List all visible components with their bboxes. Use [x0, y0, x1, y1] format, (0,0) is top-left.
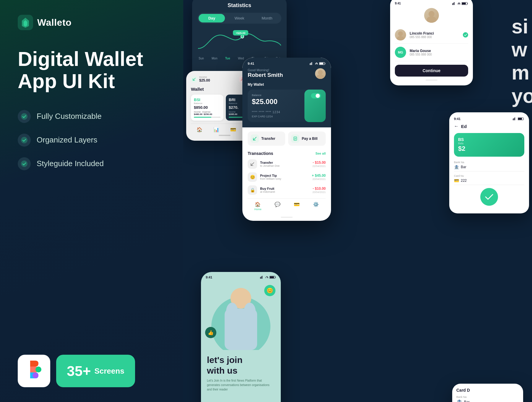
income-value: $25.00	[199, 78, 210, 82]
edit-time: 9:41	[454, 117, 460, 121]
contact-phone-maria: 085 555 888 000	[410, 53, 468, 56]
wallet-nav-home[interactable]: 🏠	[197, 127, 202, 132]
contact-screen: 9:41 Lincoln Franci	[390, 0, 473, 85]
svg-point-6	[241, 35, 244, 38]
txn-right-1: + $45.00 20/04/2021	[312, 174, 326, 181]
dash-status-icons	[310, 62, 326, 65]
card-field-number: Card Nu 💳 222	[454, 174, 524, 185]
nav-chat[interactable]: 💬	[275, 202, 280, 211]
card-toggle[interactable]	[311, 93, 321, 98]
svg-rect-40	[515, 117, 515, 120]
stats-chart: +$25.00	[197, 28, 281, 54]
progress-bar-0	[194, 117, 220, 118]
edit-card-balance: $2	[458, 145, 520, 153]
txn-sub-1: from William Grey	[260, 177, 309, 180]
svg-text:+$25.00: +$25.00	[236, 32, 246, 35]
txn-name-2: Buy Fruit	[260, 187, 309, 190]
dashboard-screen: 9:41 Good Morning! Robert Smith	[242, 58, 331, 221]
edit-screen: 9:41 ← Ed BS Bala $2 Bank Na 🏦	[449, 112, 529, 213]
transactions-header: Transactions See all	[248, 151, 326, 156]
balance-label-0: Balance	[194, 102, 220, 105]
svg-point-15	[427, 16, 436, 23]
stats-tab-month[interactable]: Month	[254, 14, 280, 22]
dash-card: Balance $25.000 **** **** **** 1234 EXP …	[248, 90, 326, 122]
stats-tab-week[interactable]: Week	[226, 14, 252, 22]
nav-home[interactable]: 🏠 Home	[254, 202, 261, 211]
svg-point-24	[316, 74, 325, 79]
emoji-thumbsup: 👍	[205, 327, 216, 338]
card-d-field-row-0: 🏦 Bar	[456, 399, 519, 402]
contact-item-1[interactable]: MG Maria Gouse 085 555 888 000	[395, 44, 468, 61]
walleto-logo-icon	[18, 15, 33, 30]
transfer-button[interactable]: Transfer	[248, 132, 285, 146]
txn-2: 🔒 Buy Fruit at Indomaret - $10.00 20/04/…	[248, 185, 326, 195]
wallet-nav-card[interactable]: 💳	[230, 127, 236, 132]
card-field-bank-value: Bar	[461, 165, 466, 169]
dash-greeting: Good Morning!	[248, 68, 283, 72]
edit-status-bar: 9:41	[454, 117, 524, 121]
day-wed: Wed	[238, 57, 244, 60]
svg-point-37	[244, 303, 256, 320]
svg-rect-30	[261, 276, 262, 279]
svg-rect-10	[453, 3, 454, 5]
card-amounts-0: $480.00 $150.00	[194, 113, 220, 116]
back-arrow[interactable]: ←	[454, 124, 459, 129]
income-stat-0: Income	[194, 111, 201, 113]
svg-rect-39	[514, 118, 514, 120]
edit-screen-title: Ed	[461, 124, 467, 129]
txn-1: 😊 Project Tip from William Grey + $45.00…	[248, 172, 326, 182]
txn-date-1: 20/04/2021	[312, 178, 326, 181]
card-d-screen: Card D Bank Na 🏦 Bar Card Nu 💳 222	[452, 384, 523, 402]
nav-card2[interactable]: 💳	[294, 202, 300, 211]
wallet-nav-stats[interactable]: 📊	[213, 127, 219, 132]
home-indicator-wallet	[219, 135, 231, 136]
txn-right-0: - $15.00 22/04/2021	[312, 161, 326, 168]
avatar-lincoln	[395, 29, 406, 40]
card-field-bank-icon: 🏦	[454, 165, 459, 169]
income-item: Income $25.00	[191, 76, 210, 82]
dash-avatar	[315, 68, 326, 79]
join-content: let's join with us Let's Join In is the …	[201, 350, 281, 396]
card-d-title: Card D	[456, 388, 519, 393]
txn-info-0: Transfer to Jonathan Doe	[260, 161, 309, 167]
day-tue-active: Tue	[225, 57, 230, 60]
progress-fill-0	[194, 117, 211, 118]
features-list: Fully Customizable Organized Layers Styl…	[18, 110, 166, 170]
card-field-number-label: Card Nu	[454, 174, 524, 177]
bank-name-0: BSI	[194, 98, 220, 102]
svg-rect-13	[462, 3, 466, 4]
edit-card-balance-label: Bala	[458, 142, 520, 145]
contact-item-0[interactable]: Lincoln Franci 085 555 888 000	[395, 26, 468, 44]
txn-icon-1: 😊	[248, 172, 257, 182]
svg-rect-9	[452, 3, 453, 5]
stats-tab-day[interactable]: Day	[199, 14, 225, 22]
see-all-button[interactable]: See all	[315, 152, 326, 155]
nav-settings2[interactable]: ⚙️	[313, 202, 319, 211]
feature-label-styleguide: Styleguide Included	[37, 159, 104, 168]
svg-point-5	[33, 372, 38, 378]
txn-icon-0	[248, 159, 257, 169]
txn-icon-2: 🔒	[248, 185, 257, 195]
svg-point-3	[21, 161, 27, 167]
contact-info-maria: Maria Gouse 085 555 888 000	[410, 49, 468, 56]
check-lincoln	[463, 32, 468, 38]
dash-bottom-nav: 🏠 Home 💬 💳 ⚙️	[248, 198, 326, 211]
svg-point-2	[21, 137, 27, 143]
contact-avatar-main	[424, 8, 439, 23]
day-mon: Mon	[212, 57, 217, 60]
brand-name: Walleto	[37, 17, 72, 28]
txn-name-0: Transfer	[260, 161, 309, 164]
txn-sub-0: to Jonathan Doe	[260, 164, 309, 167]
edit-card: BS Bala $2	[454, 133, 524, 157]
wallet-card-0: BSI Balance $850.00 Income Expense $480.…	[191, 95, 223, 121]
continue-button[interactable]: Continue	[395, 65, 468, 77]
dash-user-name: Robert Smith	[248, 72, 283, 78]
nav-home-label: Home	[254, 208, 261, 211]
pay-bill-button[interactable]: Pay a Bill	[288, 132, 326, 146]
dash-status-bar: 9:41	[248, 62, 326, 65]
transfer-icon	[251, 134, 259, 143]
income-label: Income	[199, 76, 210, 78]
svg-rect-38	[513, 119, 513, 120]
svg-rect-29	[260, 277, 261, 279]
dashboard-header: 9:41 Good Morning! Robert Smith	[242, 58, 331, 127]
